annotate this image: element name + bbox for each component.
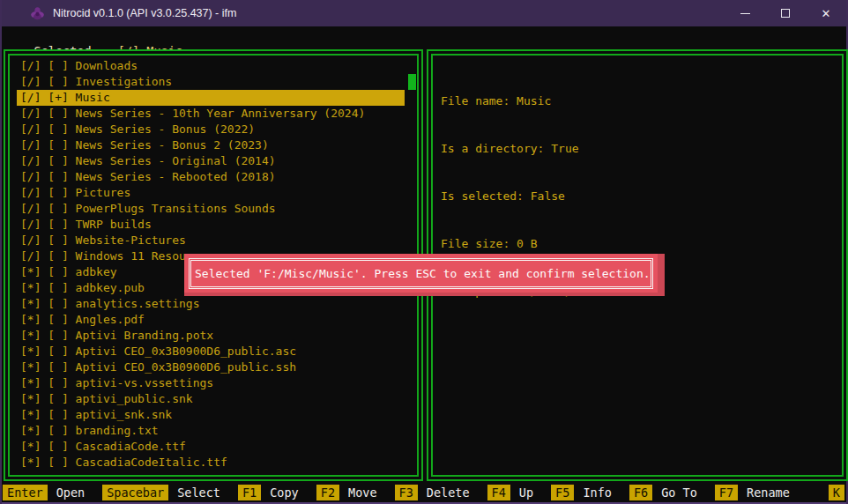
close-button[interactable]: ✕: [806, 0, 846, 26]
file-row[interactable]: [*] [ ] Aptivi CEO_0x3B0900D6_public.asc: [17, 344, 405, 359]
key-badge[interactable]: F1: [238, 485, 261, 500]
file-row[interactable]: [*] [ ] CascadiaCode.ttf: [17, 439, 405, 455]
key-action-label: Delete: [427, 485, 470, 500]
minimize-icon: [740, 13, 750, 14]
scrollbar-thumb[interactable]: [408, 74, 416, 90]
file-row[interactable]: [/] [+] Music: [17, 90, 405, 106]
file-row[interactable]: [/] [ ] Pictures: [17, 185, 405, 201]
app-window: Nitrocid v0.1.0 (API v3.0.25.437) - ifm …: [0, 0, 848, 504]
file-row[interactable]: [/] [ ] News Series - Bonus 2 (2023): [17, 137, 405, 153]
popup-frame: Selected 'F:/Misc/Music'. Press ESC to e…: [189, 258, 653, 289]
key-action-label: Copy: [270, 485, 299, 500]
key-badge[interactable]: Enter: [3, 485, 48, 500]
maximize-button[interactable]: [765, 0, 806, 26]
file-row[interactable]: [*] [ ] aptivi_snk.snk: [17, 407, 405, 423]
keybinding-pair: F6Go To: [629, 485, 697, 500]
key-badge[interactable]: F7: [715, 485, 738, 500]
file-row[interactable]: [/] [ ] TWRP builds: [17, 217, 405, 233]
selection-popup: Selected 'F:/Misc/Music'. Press ESC to e…: [184, 254, 665, 296]
more-keybindings-badge[interactable]: K: [829, 485, 844, 500]
nitrocid-logo-icon: [30, 6, 45, 21]
keybinding-pair: F3Delete: [395, 485, 470, 500]
keybinding-pair: F2Move: [316, 485, 377, 500]
file-row[interactable]: [/] [ ] Downloads: [17, 58, 405, 74]
file-row[interactable]: [*] [ ] Angles.pdf: [17, 312, 405, 328]
titlebar: Nitrocid v0.1.0 (API v3.0.25.437) - ifm …: [2, 0, 846, 26]
keybinding-bar: EnterOpenSpacebarSelectF1CopyF2MoveF3Del…: [2, 482, 846, 502]
file-row[interactable]: [*] [ ] Aptivi Branding.potx: [17, 328, 405, 344]
info-line-file-size: File size: 0 B: [441, 236, 842, 252]
file-row[interactable]: [*] [ ] aptivi-vs.vssettings: [17, 375, 405, 391]
file-row[interactable]: [/] [ ] News Series - Rebooted (2018): [17, 169, 405, 185]
key-action-label: Rename: [747, 485, 790, 500]
close-icon: ✕: [822, 8, 831, 19]
key-badge[interactable]: F6: [629, 485, 652, 500]
info-line-is-directory: Is a directory: True: [441, 141, 842, 157]
file-row[interactable]: [*] [ ] aptivi_public.snk: [17, 391, 405, 407]
key-action-label: Move: [348, 485, 377, 500]
file-row[interactable]: [/] [ ] News Series - Original (2014): [17, 153, 405, 169]
window-controls: ✕: [725, 0, 846, 26]
status-line: Selected- [/] Music: [2, 26, 846, 49]
key-badge[interactable]: F4: [487, 485, 510, 500]
key-action-label: Go To: [661, 485, 697, 500]
key-badge[interactable]: F5: [551, 485, 574, 500]
keybinding-pair: EnterOpen: [3, 485, 85, 500]
file-row[interactable]: [/] [ ] PowerPlugs Transitions Sounds: [17, 201, 405, 217]
key-action-label: Select: [177, 485, 220, 500]
info-line-file-name: File name: Music: [441, 93, 842, 109]
file-row[interactable]: [*] [ ] CascadiaCodeItalic.ttf: [17, 455, 405, 471]
keybinding-pair: F5Info: [551, 485, 612, 500]
keybinding-pair: SpacebarSelect: [102, 485, 220, 500]
key-badge[interactable]: F2: [316, 485, 339, 500]
maximize-icon: [781, 9, 790, 18]
keybinding-pair: F1Copy: [238, 485, 299, 500]
key-action-label: Up: [519, 485, 533, 500]
keybinding-pair: F7Rename: [715, 485, 790, 500]
file-row[interactable]: [/] [ ] News Series - Bonus (2022): [17, 122, 405, 137]
window-title: Nitrocid v0.1.0 (API v3.0.25.437) - ifm: [53, 7, 236, 19]
key-badge[interactable]: Spacebar: [102, 485, 168, 500]
keybinding-pair: F4Up: [487, 485, 534, 500]
file-row[interactable]: [*] [ ] analytics.settings: [17, 296, 405, 312]
file-row[interactable]: [/] [ ] Website-Pictures: [17, 233, 405, 248]
file-row[interactable]: [*] [ ] branding.txt: [17, 423, 405, 439]
popup-message: Selected 'F:/Misc/Music'. Press ESC to e…: [191, 267, 651, 280]
minimize-button[interactable]: [725, 0, 765, 26]
key-badge[interactable]: F3: [395, 485, 418, 500]
key-action-label: Open: [56, 485, 86, 500]
file-row[interactable]: [/] [ ] News Series - 10th Year Annivers…: [17, 106, 405, 122]
file-row[interactable]: [/] [ ] Investigations: [17, 74, 405, 90]
file-row[interactable]: [*] [ ] Aptivi CEO_0x3B0900D6_public.ssh: [17, 359, 405, 375]
info-line-is-selected: Is selected: False: [441, 189, 842, 204]
key-action-label: Info: [583, 485, 612, 500]
